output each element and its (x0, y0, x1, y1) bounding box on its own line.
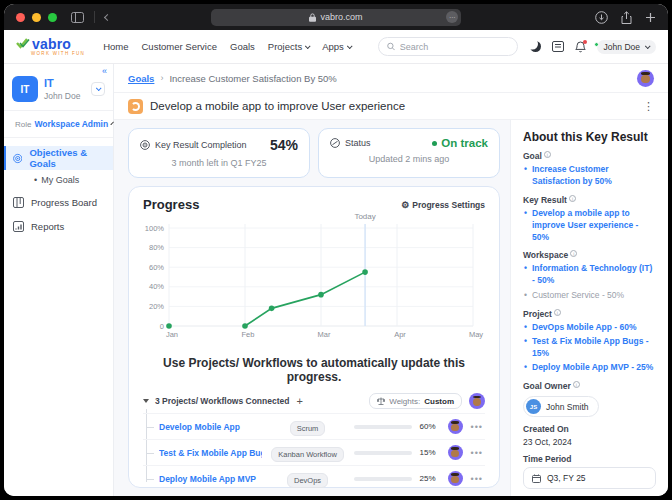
report-icon (13, 221, 24, 232)
status-card: Status On track Updated 2 mins ago (318, 128, 500, 178)
downloads-icon[interactable] (595, 11, 608, 24)
zoom-window-button[interactable] (48, 13, 57, 22)
sidebar-item-reports[interactable]: Reports (4, 214, 113, 238)
svg-text:May: May (469, 330, 483, 339)
menu-item-home[interactable]: Home (103, 41, 128, 52)
user-name: John Doe (604, 42, 640, 52)
window-controls (16, 13, 57, 22)
lock-icon (309, 13, 316, 22)
time-period-label: Time Period (523, 454, 656, 464)
kanban-board-icon (13, 197, 24, 208)
goal-link[interactable]: Increase Customer Satisfaction by 50% (523, 164, 656, 188)
progress-percent: 15% (420, 448, 440, 457)
search-box[interactable] (378, 37, 518, 56)
workspace-switcher[interactable]: IT IT John Doe (4, 68, 113, 102)
app-navbar: vabro Work With Fun Home Customer Servic… (4, 30, 668, 64)
sidebar-collapse-icon[interactable]: « (102, 66, 107, 76)
time-period-input[interactable]: Q3, FY 25 (523, 467, 656, 489)
project-row: Test & Fix Mobile App Bugs Kanban Workfl… (143, 439, 485, 465)
workspace-name: IT (44, 77, 80, 90)
svg-text:60%: 60% (149, 263, 164, 272)
info-icon: i (569, 195, 576, 202)
owner-initials-avatar: JS (526, 399, 541, 414)
status-subtext: Updated 2 mins ago (330, 154, 488, 164)
back-icon[interactable] (104, 13, 111, 20)
progress-chart: 020%40%60%80%100%JanFebMarAprMayToday (143, 212, 485, 352)
weights-button[interactable]: Weights: Custom (369, 393, 462, 409)
chevron-down-icon (347, 43, 353, 49)
goal-label: Goali (523, 151, 656, 161)
divider (94, 11, 95, 23)
menu-item-apps[interactable]: Apps (322, 41, 351, 52)
assignee-avatar[interactable] (448, 471, 463, 486)
row-menu-icon[interactable]: ••• (471, 448, 485, 458)
extensions-icon[interactable]: ⋯ (446, 11, 458, 23)
info-icon: i (554, 309, 561, 316)
address-bar[interactable]: vabro.com ⋯ (211, 9, 461, 26)
sidebar-item-my-goals[interactable]: My Goals (4, 170, 113, 190)
kebab-menu-icon[interactable]: ⋮ (643, 100, 654, 113)
breadcrumb-current: Increase Customer Satisfaction By 50% (169, 73, 336, 84)
owner-avatar[interactable] (469, 393, 485, 409)
completion-label: Key Result Completion (155, 140, 247, 150)
activity-log-icon[interactable] (552, 41, 564, 52)
breadcrumb-goals-link[interactable]: Goals (128, 73, 154, 84)
new-tab-icon[interactable] (645, 12, 656, 23)
sidebar-item-label: Objectives & Goals (29, 147, 104, 169)
role-selector[interactable]: Role Workspace Admin (4, 119, 113, 129)
collapse-projects-icon[interactable] (143, 399, 149, 403)
role-value: Workspace Admin (34, 119, 108, 129)
user-menu[interactable]: John Doe (597, 40, 656, 54)
sidebar-toggle-icon[interactable] (71, 12, 84, 23)
key-result-label: Key Resulti (523, 195, 656, 205)
menu-item-goals[interactable]: Goals (230, 41, 255, 52)
dark-mode-icon[interactable] (530, 41, 541, 52)
svg-text:Mar: Mar (318, 330, 331, 339)
progress-settings-button[interactable]: ⚙Progress Settings (401, 200, 485, 210)
project-link[interactable]: Deploy Mobile App MVP (159, 474, 262, 484)
project-link[interactable]: Test & Fix Mobile App Bugs (159, 448, 262, 458)
collaborator-avatar[interactable] (637, 70, 654, 87)
divider (4, 110, 113, 111)
row-menu-icon[interactable]: ••• (471, 474, 485, 484)
search-icon (387, 42, 395, 51)
menu-item-projects[interactable]: Projects (268, 41, 309, 52)
svg-text:20%: 20% (149, 302, 164, 311)
workspace-owner: John Doe (44, 91, 80, 101)
svg-text:40%: 40% (149, 282, 164, 291)
project-link[interactable]: Test & Fix Mobile App Bugs - 15% (523, 336, 656, 360)
menu-item-customer-service[interactable]: Customer Service (142, 41, 218, 52)
notifications-bell-icon[interactable] (575, 41, 586, 53)
key-result-link[interactable]: Develop a mobile app to improve User exp… (523, 208, 656, 244)
workspace-chevron-button[interactable] (91, 82, 105, 96)
goal-owner-label: Goal Owneri (523, 381, 656, 391)
project-link[interactable]: Develop Mobile App (159, 422, 262, 432)
goal-owner-chip[interactable]: JS John Smith (523, 396, 599, 417)
sidebar-item-objectives-goals[interactable]: Objectives & Goals (4, 146, 113, 170)
assignee-avatar[interactable] (448, 419, 463, 434)
sidebar-item-progress-board[interactable]: Progress Board (4, 190, 113, 214)
add-project-button[interactable]: + (296, 395, 302, 407)
project-link[interactable]: DevOps Mobile App - 60% (523, 322, 656, 334)
projects-list: Develop Mobile App Scrum 60% ••• Test & … (143, 413, 485, 491)
close-window-button[interactable] (16, 13, 25, 22)
assignee-avatar[interactable] (448, 445, 463, 460)
framework-badge: Scrum (270, 417, 346, 436)
progress-bar (354, 477, 412, 481)
workspace-label: Workspacei (523, 250, 656, 260)
gear-icon: ⚙ (401, 200, 409, 210)
minimize-window-button[interactable] (32, 13, 41, 22)
workspace-item[interactable]: Customer Service - 50% (523, 290, 656, 302)
row-menu-icon[interactable]: ••• (471, 422, 485, 432)
sidebar-item-label: Progress Board (31, 197, 97, 208)
share-icon[interactable] (621, 11, 632, 24)
search-input[interactable] (400, 42, 509, 52)
logo-text: vabro (32, 37, 71, 51)
progress-bar (354, 425, 412, 429)
project-row: Develop Mobile App Scrum 60% ••• (143, 413, 485, 439)
vabro-logo[interactable]: vabro Work With Fun (16, 37, 85, 57)
key-result-title: Develop a mobile app to improve User exp… (150, 100, 405, 112)
workspace-link[interactable]: Information & Technology (IT) - 50% (523, 263, 656, 287)
svg-text:Today: Today (354, 212, 375, 221)
project-link[interactable]: Deploy Mobile App MVP - 25% (523, 362, 656, 374)
